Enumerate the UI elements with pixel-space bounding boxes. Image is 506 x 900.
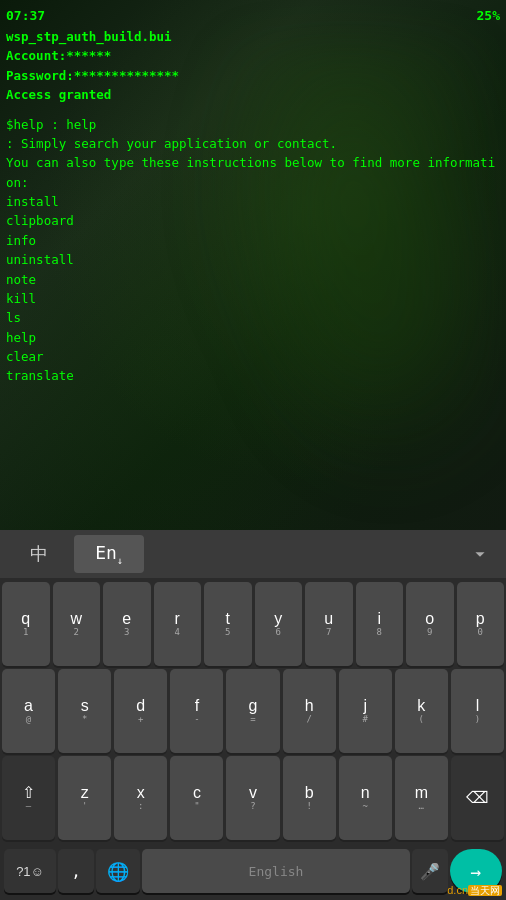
backspace-key[interactable]: ⌫ [451,756,504,840]
key-sub-label: 2 [74,628,79,637]
keyboard-dismiss-button[interactable] [458,535,502,573]
key-main-label: t [226,611,230,627]
key-e[interactable]: e3 [103,582,151,666]
key-sub-label: 3 [124,628,129,637]
key-f[interactable]: f- [170,669,223,753]
key-sub-label: : [138,802,143,811]
key-y[interactable]: y6 [255,582,303,666]
key-rows: q1w2e3r4t5y6u7i8o9p0a@s*d+f-g=h/j#k(l)⇧—… [0,578,506,842]
key-main-label: h [305,698,314,714]
key-main-label: z [81,785,89,801]
chinese-mode-label: 中 [30,542,48,566]
enter-icon: → [471,861,482,882]
english-mode-button[interactable]: En↓ [74,535,144,573]
key-q[interactable]: q1 [2,582,50,666]
terminal-line: wsp_stp_auth_build.bui [6,27,500,46]
key-main-label: ⇧ [22,785,35,801]
chevron-down-icon [469,543,491,565]
sym-key[interactable]: ?1☺ [4,849,56,893]
mic-key[interactable]: 🎤 [412,849,448,893]
key-sub-label: ? [250,802,255,811]
key-main-label: w [70,611,82,627]
key-row-1: a@s*d+f-g=h/j#k(l) [2,669,504,753]
terminal-area: 07:37 25% wsp_stp_auth_build.buiAccount:… [0,0,506,530]
key-n[interactable]: n~ [339,756,392,840]
key-v[interactable]: v? [226,756,279,840]
key-sub-label: + [138,715,143,724]
time-display: 07:37 [6,8,45,23]
key-i[interactable]: i8 [356,582,404,666]
key-h[interactable]: h/ [283,669,336,753]
key-x[interactable]: x: [114,756,167,840]
terminal-line: info [6,231,500,250]
terminal-line: note [6,270,500,289]
comma-key[interactable]: , [58,849,94,893]
key-main-label: f [195,698,199,714]
terminal-line [6,105,500,115]
key-main-label: v [249,785,257,801]
key-m[interactable]: m… [395,756,448,840]
key-k[interactable]: k( [395,669,448,753]
key-sub-label: ' [82,802,87,811]
key-main-label: q [21,611,30,627]
key-sub-label: 5 [225,628,230,637]
terminal-line: : Simply search your application or cont… [6,134,500,153]
key-main-label: r [175,611,180,627]
terminal-line: Account:****** [6,46,500,65]
key-c[interactable]: c" [170,756,223,840]
key-sub-label: ( [419,715,424,724]
key-r[interactable]: r4 [154,582,202,666]
key-j[interactable]: j# [339,669,392,753]
terminal-line: install [6,192,500,211]
status-bar: 07:37 25% [6,8,500,23]
keyboard: 中 En↓ q1w2e3r4t5y6u7i8o9p0a@s*d+f-g=h/j#… [0,530,506,900]
key-sub-label: = [250,715,255,724]
terminal-line: translate [6,366,500,385]
key-main-label: y [274,611,282,627]
key-main-label: p [476,611,485,627]
key-d[interactable]: d+ [114,669,167,753]
key-main-label: m [415,785,428,801]
key-sub-label: @ [26,715,31,724]
battery-display: 25% [477,8,500,23]
terminal-line: $help : help [6,115,500,134]
key-main-label: l [476,698,480,714]
key-sub-label: 1 [23,628,28,637]
terminal-content: wsp_stp_auth_build.buiAccount:******Pass… [6,27,500,386]
key-t[interactable]: t5 [204,582,252,666]
watermark: d.cn当天网 [447,884,502,898]
key-s[interactable]: s* [58,669,111,753]
space-label: English [249,864,304,879]
key-sub-label: — [26,802,31,811]
space-key[interactable]: English [142,849,410,893]
key-o[interactable]: o9 [406,582,454,666]
key-u[interactable]: u7 [305,582,353,666]
key-row-0: q1w2e3r4t5y6u7i8o9p0 [2,582,504,666]
chinese-mode-button[interactable]: 中 [4,535,74,573]
key-main-label: k [417,698,425,714]
key-a[interactable]: a@ [2,669,55,753]
key-b[interactable]: b! [283,756,336,840]
terminal-line: clear [6,347,500,366]
mic-icon: 🎤 [420,862,440,881]
key-sub-label: # [363,715,368,724]
comma-label: , [71,862,81,881]
terminal-line: You can also type these instructions bel… [6,153,500,192]
key-sub-label: ) [475,715,480,724]
key-sub-label: 6 [276,628,281,637]
key-p[interactable]: p0 [457,582,505,666]
globe-key[interactable]: 🌐 [96,849,140,893]
terminal-line: help [6,328,500,347]
key-l[interactable]: l) [451,669,504,753]
key-main-label: o [425,611,434,627]
watermark-site: 当天网 [468,885,502,896]
key-z[interactable]: z' [58,756,111,840]
key-main-label: j [363,698,367,714]
key-sub-label: " [194,802,199,811]
sym-label: ?1☺ [16,864,44,879]
key-w[interactable]: w2 [53,582,101,666]
shift-key[interactable]: ⇧— [2,756,55,840]
key-sub-label: … [419,802,424,811]
key-g[interactable]: g= [226,669,279,753]
key-sub-label: / [306,715,311,724]
